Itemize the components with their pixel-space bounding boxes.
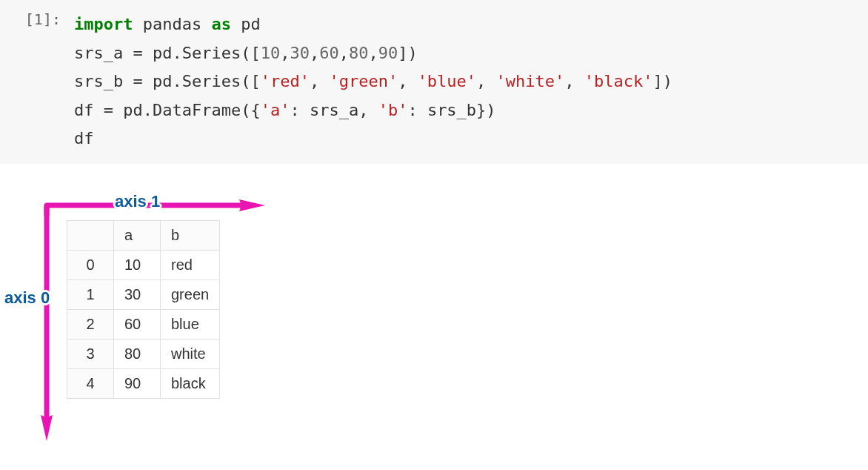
data-cell: white [161, 339, 220, 368]
string-literal: 'white' [496, 72, 565, 90]
number-literal: 10 [261, 44, 281, 62]
number-literal: 60 [319, 44, 339, 62]
index-cell: 3 [67, 339, 114, 368]
data-cell: black [161, 368, 220, 398]
axis0-label: axis 0 [4, 288, 50, 308]
module-name: pandas [143, 15, 201, 33]
string-literal: 'black' [584, 72, 653, 90]
string-literal: 'red' [261, 72, 310, 90]
code-text: srs_a = pd.Series([ [74, 44, 261, 62]
data-cell: 90 [114, 368, 161, 398]
column-header: a [114, 220, 161, 250]
code-block: import pandas as pd srs_a = pd.Series([1… [74, 10, 859, 153]
table-row: 1 30 green [67, 279, 220, 309]
index-cell: 0 [67, 250, 114, 279]
keyword-as: as [211, 15, 231, 33]
table-row: 3 80 white [67, 339, 220, 368]
string-literal: 'blue' [418, 72, 476, 90]
dataframe-table-wrap: a b 0 10 red 1 30 green 2 60 blu [67, 220, 220, 399]
code-text: : srs_a, [290, 101, 378, 119]
code-text: ]) [653, 72, 673, 90]
table-row: 4 90 black [67, 368, 220, 398]
jupyter-input-cell: [1]: import pandas as pd srs_a = pd.Seri… [0, 0, 868, 164]
data-cell: 10 [114, 250, 161, 279]
string-literal: 'a' [261, 101, 290, 119]
number-literal: 90 [378, 44, 398, 62]
index-cell: 2 [67, 309, 114, 339]
number-literal: 80 [349, 44, 369, 62]
table-row: 2 60 blue [67, 309, 220, 339]
data-cell: green [161, 279, 220, 309]
svg-marker-0 [239, 199, 265, 211]
prompt-label: [1]: [0, 10, 65, 153]
column-header: b [161, 220, 220, 250]
data-cell: 80 [114, 339, 161, 368]
code-area: import pandas as pd srs_a = pd.Series([1… [65, 10, 868, 153]
output-area: axis 1 axis 0 a b 0 10 red 1 30 [0, 191, 868, 457]
string-literal: 'green' [329, 72, 398, 90]
data-cell: 60 [114, 309, 161, 339]
index-cell: 4 [67, 368, 114, 398]
index-cell: 1 [67, 279, 114, 309]
code-text: df [74, 129, 94, 148]
keyword-import: import [74, 15, 133, 33]
data-cell: 30 [114, 279, 161, 309]
data-cell: red [161, 250, 220, 279]
svg-marker-2 [41, 415, 53, 441]
dataframe-table: a b 0 10 red 1 30 green 2 60 blu [67, 220, 220, 399]
table-row: 0 10 red [67, 250, 220, 279]
axis1-label: axis 1 [115, 192, 160, 211]
code-text: ]) [398, 44, 418, 62]
header-corner [67, 220, 114, 250]
code-text: : srs_b}) [407, 101, 495, 119]
string-literal: 'b' [378, 101, 408, 119]
module-alias: pd [241, 15, 261, 33]
data-cell: blue [161, 309, 220, 339]
axis0-arrow-icon [41, 204, 61, 441]
number-literal: 30 [290, 44, 310, 62]
code-text: df = pd.DataFrame({ [74, 101, 261, 119]
code-text: srs_b = pd.Series([ [74, 72, 261, 90]
